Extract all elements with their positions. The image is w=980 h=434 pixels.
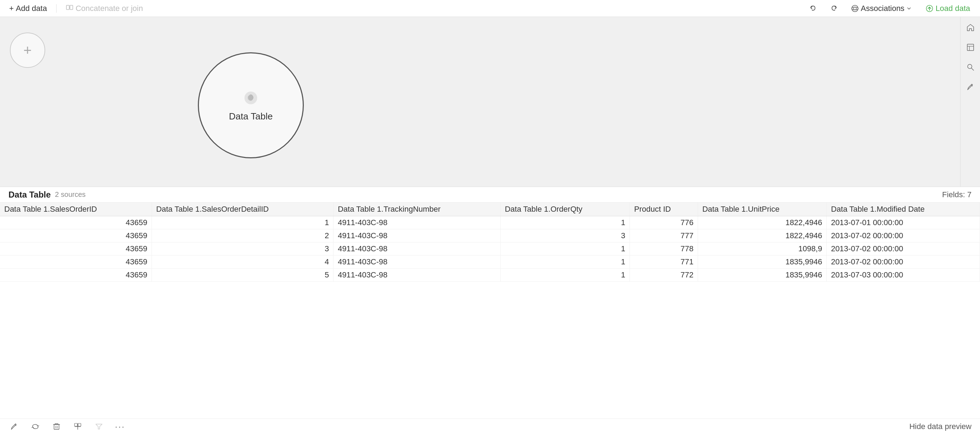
search-icon[interactable]	[964, 61, 977, 73]
col-header-modifieddate: Data Table 1.Modified Date	[827, 203, 980, 216]
table-cell: 1098,9	[698, 243, 826, 255]
table-cell: 2013-07-03 00:00:00	[827, 269, 980, 282]
load-data-label: Load data	[935, 4, 970, 13]
bottom-panel-header: Data Table 2 sources Fields: 7	[0, 187, 980, 203]
table-cell: 4911-403C-98	[334, 243, 501, 255]
table-cell: 2013-07-02 00:00:00	[827, 229, 980, 243]
svg-rect-1	[70, 5, 73, 10]
split-icon[interactable]	[72, 421, 83, 432]
svg-point-4	[854, 7, 856, 10]
col-header-unitprice: Data Table 1.UnitPrice	[698, 203, 826, 216]
col-header-orderqty: Data Table 1.OrderQty	[500, 203, 630, 216]
table-cell: 4911-403C-98	[334, 216, 501, 229]
table-cell: 1835,9946	[698, 269, 826, 282]
svg-point-12	[967, 64, 972, 69]
table-cell: 1835,9946	[698, 255, 826, 269]
action-icons-group: ···	[8, 421, 126, 432]
hide-preview-button[interactable]: Hide data preview	[909, 422, 972, 431]
table-row: 4365944911-403C-9817711835,99462013-07-0…	[0, 255, 980, 269]
table-cell: 776	[630, 216, 698, 229]
refresh-icon[interactable]	[30, 421, 41, 432]
table-cell: 1822,4946	[698, 229, 826, 243]
table-cell: 2013-07-02 00:00:00	[827, 255, 980, 269]
bottom-actions-bar: ··· Hide data preview	[0, 418, 980, 434]
table-row: 4365954911-403C-9817721835,99462013-07-0…	[0, 269, 980, 282]
table-body: 4365914911-403C-9817761822,49462013-07-0…	[0, 216, 980, 282]
edit-icon[interactable]	[964, 81, 977, 93]
table-cell: 771	[630, 255, 698, 269]
table-cell: 3	[151, 243, 333, 255]
undo-button[interactable]	[806, 3, 821, 14]
svg-line-13	[972, 68, 974, 70]
table-row: 4365914911-403C-9817761822,49462013-07-0…	[0, 216, 980, 229]
table-cell: 2	[151, 229, 333, 243]
svg-point-5	[852, 7, 858, 10]
concatenate-join-button[interactable]: Concatenate or join	[62, 2, 146, 15]
svg-rect-0	[67, 5, 69, 10]
add-data-circle[interactable]: +	[10, 32, 45, 68]
add-data-button[interactable]: + Add data	[6, 2, 51, 14]
svg-rect-22	[78, 423, 81, 426]
table-cell: 777	[630, 229, 698, 243]
table-icon[interactable]	[964, 41, 977, 54]
table-cell: 1	[500, 243, 630, 255]
svg-rect-21	[75, 423, 77, 426]
toolbar-separator-1	[56, 4, 57, 13]
table-cell: 1	[500, 269, 630, 282]
table-cell: 4	[151, 255, 333, 269]
table-cell: 43659	[0, 216, 151, 229]
data-table-node[interactable]: Data Table	[198, 52, 304, 158]
col-header-productid: Product ID	[630, 203, 698, 216]
svg-rect-16	[54, 424, 59, 429]
hide-preview-label: Hide data preview	[909, 422, 972, 431]
table-cell: 43659	[0, 269, 151, 282]
table-cell: 1	[151, 216, 333, 229]
table-cell: 772	[630, 269, 698, 282]
table-cell: 1	[500, 216, 630, 229]
redo-button[interactable]	[826, 3, 841, 14]
filter-icon[interactable]	[93, 421, 105, 432]
more-options-icon[interactable]: ···	[115, 421, 126, 432]
associations-button[interactable]: Associations	[847, 2, 916, 14]
table-header-row: Data Table 1.SalesOrderID Data Table 1.S…	[0, 203, 980, 216]
concatenate-icon	[66, 3, 73, 13]
table-cell: 4911-403C-98	[334, 229, 501, 243]
fields-info: Fields: 7	[942, 190, 972, 199]
toolbar-right: Associations Load data	[806, 2, 974, 14]
table-cell: 4911-403C-98	[334, 255, 501, 269]
col-header-salesorderdetailid: Data Table 1.SalesOrderDetailID	[151, 203, 333, 216]
svg-rect-9	[967, 44, 974, 51]
table-cell: 43659	[0, 255, 151, 269]
sources-badge: 2 sources	[55, 190, 86, 199]
table-cell: 1822,4946	[698, 216, 826, 229]
table-cell: 2013-07-02 00:00:00	[827, 243, 980, 255]
table-cell: 1	[500, 255, 630, 269]
bottom-title-area: Data Table 2 sources	[8, 190, 86, 200]
data-preview-table-container[interactable]: Data Table 1.SalesOrderID Data Table 1.S…	[0, 203, 980, 418]
right-sidebar	[960, 17, 980, 187]
table-cell: 43659	[0, 229, 151, 243]
table-cell: 5	[151, 269, 333, 282]
table-row: 4365934911-403C-9817781098,92013-07-02 0…	[0, 243, 980, 255]
data-table-node-label: Data Table	[229, 111, 273, 122]
table-cell: 43659	[0, 243, 151, 255]
col-header-salesorderid: Data Table 1.SalesOrderID	[0, 203, 151, 216]
load-data-button[interactable]: Load data	[921, 2, 974, 14]
data-preview-table: Data Table 1.SalesOrderID Data Table 1.S…	[0, 203, 980, 282]
add-circle-plus-icon: +	[23, 42, 32, 58]
plus-icon: +	[9, 4, 14, 13]
main-toolbar: + Add data Concatenate or join	[0, 0, 980, 17]
home-icon[interactable]	[964, 21, 977, 34]
edit-fields-icon[interactable]	[8, 421, 20, 432]
col-header-trackingnumber: Data Table 1.TrackingNumber	[334, 203, 501, 216]
associations-label: Associations	[861, 4, 905, 13]
concatenate-join-label: Concatenate or join	[76, 4, 143, 13]
table-cell: 3	[500, 229, 630, 243]
delete-icon[interactable]	[51, 421, 62, 432]
bottom-panel-title: Data Table	[8, 190, 51, 200]
svg-point-3	[852, 5, 858, 12]
table-row: 4365924911-403C-9837771822,49462013-07-0…	[0, 229, 980, 243]
table-cell: 2013-07-01 00:00:00	[827, 216, 980, 229]
table-cell: 778	[630, 243, 698, 255]
data-table-icon	[242, 89, 260, 107]
